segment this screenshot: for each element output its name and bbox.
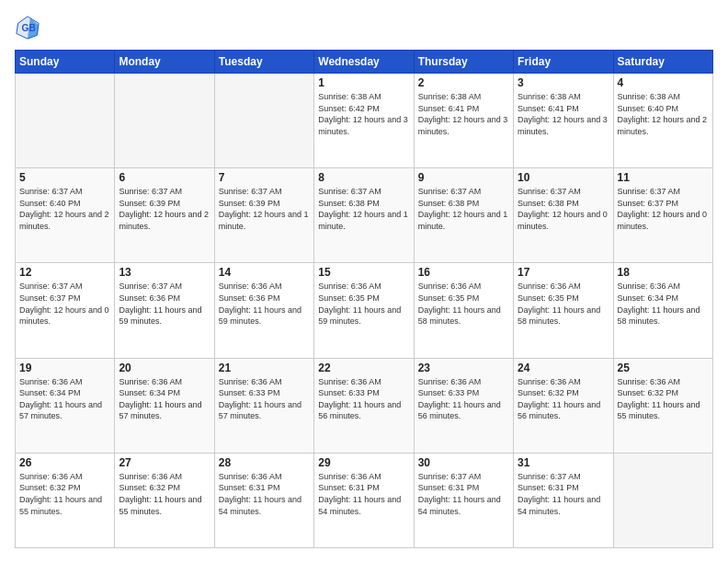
calendar-cell: 19 Sunrise: 6:36 AM Sunset: 6:34 PM Dayl… [16, 358, 115, 453]
weekday-header: Monday [115, 51, 214, 74]
day-number: 27 [119, 456, 210, 469]
day-info: Sunrise: 6:36 AM Sunset: 6:34 PM Dayligh… [19, 376, 110, 422]
calendar-cell: 30 Sunrise: 6:37 AM Sunset: 6:31 PM Dayl… [414, 453, 513, 547]
day-number: 15 [318, 266, 409, 279]
day-number: 1 [318, 76, 409, 89]
day-info: Sunrise: 6:38 AM Sunset: 6:41 PM Dayligh… [418, 91, 509, 137]
day-info: Sunrise: 6:37 AM Sunset: 6:37 PM Dayligh… [618, 186, 709, 232]
day-info: Sunrise: 6:36 AM Sunset: 6:34 PM Dayligh… [618, 281, 709, 327]
day-number: 5 [19, 171, 110, 184]
calendar-week-row: 5 Sunrise: 6:37 AM Sunset: 6:40 PM Dayli… [16, 168, 713, 263]
page: GB SundayMondayTuesdayWednesdayThursdayF… [0, 0, 728, 563]
calendar-cell [16, 74, 115, 168]
day-info: Sunrise: 6:37 AM Sunset: 6:40 PM Dayligh… [19, 186, 110, 232]
calendar-cell: 27 Sunrise: 6:36 AM Sunset: 6:32 PM Dayl… [115, 453, 214, 547]
day-number: 28 [219, 456, 310, 469]
calendar-cell: 31 Sunrise: 6:37 AM Sunset: 6:31 PM Dayl… [514, 453, 613, 547]
day-number: 24 [518, 362, 609, 374]
calendar-cell: 2 Sunrise: 6:38 AM Sunset: 6:41 PM Dayli… [414, 74, 513, 168]
calendar-cell: 5 Sunrise: 6:37 AM Sunset: 6:40 PM Dayli… [16, 168, 115, 263]
logo: GB [15, 15, 44, 40]
calendar-cell: 1 Sunrise: 6:38 AM Sunset: 6:42 PM Dayli… [314, 74, 414, 168]
calendar-cell: 10 Sunrise: 6:37 AM Sunset: 6:38 PM Dayl… [514, 168, 613, 263]
calendar-cell: 15 Sunrise: 6:36 AM Sunset: 6:35 PM Dayl… [314, 263, 414, 358]
calendar-cell: 29 Sunrise: 6:36 AM Sunset: 6:31 PM Dayl… [314, 453, 414, 547]
day-info: Sunrise: 6:37 AM Sunset: 6:37 PM Dayligh… [19, 281, 110, 327]
weekday-header: Sunday [16, 51, 115, 74]
day-number: 26 [19, 456, 110, 469]
day-info: Sunrise: 6:36 AM Sunset: 6:36 PM Dayligh… [219, 281, 310, 327]
day-info: Sunrise: 6:36 AM Sunset: 6:35 PM Dayligh… [518, 281, 609, 327]
calendar-cell: 14 Sunrise: 6:36 AM Sunset: 6:36 PM Dayl… [214, 263, 313, 358]
day-number: 16 [418, 266, 509, 279]
day-info: Sunrise: 6:36 AM Sunset: 6:33 PM Dayligh… [219, 376, 310, 422]
calendar-week-row: 26 Sunrise: 6:36 AM Sunset: 6:32 PM Dayl… [16, 453, 713, 547]
day-number: 18 [618, 266, 709, 279]
calendar-table: SundayMondayTuesdayWednesdayThursdayFrid… [15, 50, 713, 548]
day-number: 19 [19, 362, 110, 374]
logo-icon: GB [15, 15, 40, 40]
day-number: 30 [418, 456, 509, 469]
day-info: Sunrise: 6:37 AM Sunset: 6:31 PM Dayligh… [418, 471, 509, 517]
day-number: 20 [119, 362, 210, 374]
day-info: Sunrise: 6:36 AM Sunset: 6:31 PM Dayligh… [318, 471, 409, 517]
day-number: 9 [418, 171, 509, 184]
day-number: 21 [219, 362, 310, 374]
header: GB [15, 15, 713, 40]
day-info: Sunrise: 6:37 AM Sunset: 6:39 PM Dayligh… [219, 186, 310, 232]
calendar-cell: 8 Sunrise: 6:37 AM Sunset: 6:38 PM Dayli… [314, 168, 414, 263]
calendar-cell: 23 Sunrise: 6:36 AM Sunset: 6:33 PM Dayl… [414, 358, 513, 453]
day-number: 8 [318, 171, 409, 184]
day-info: Sunrise: 6:36 AM Sunset: 6:32 PM Dayligh… [518, 376, 609, 422]
calendar-cell: 3 Sunrise: 6:38 AM Sunset: 6:41 PM Dayli… [514, 74, 613, 168]
day-info: Sunrise: 6:37 AM Sunset: 6:31 PM Dayligh… [518, 471, 609, 517]
day-info: Sunrise: 6:38 AM Sunset: 6:42 PM Dayligh… [318, 91, 409, 137]
weekday-header-row: SundayMondayTuesdayWednesdayThursdayFrid… [16, 51, 713, 74]
day-number: 7 [219, 171, 310, 184]
weekday-header: Tuesday [214, 51, 313, 74]
calendar-cell [214, 74, 313, 168]
day-info: Sunrise: 6:37 AM Sunset: 6:38 PM Dayligh… [518, 186, 609, 232]
calendar-cell: 9 Sunrise: 6:37 AM Sunset: 6:38 PM Dayli… [414, 168, 513, 263]
day-number: 14 [219, 266, 310, 279]
calendar-cell: 6 Sunrise: 6:37 AM Sunset: 6:39 PM Dayli… [115, 168, 214, 263]
day-info: Sunrise: 6:36 AM Sunset: 6:32 PM Dayligh… [618, 376, 709, 422]
calendar-cell: 18 Sunrise: 6:36 AM Sunset: 6:34 PM Dayl… [613, 263, 712, 358]
day-info: Sunrise: 6:36 AM Sunset: 6:35 PM Dayligh… [318, 281, 409, 327]
calendar-cell [115, 74, 214, 168]
day-number: 4 [618, 76, 709, 89]
day-number: 29 [318, 456, 409, 469]
day-info: Sunrise: 6:38 AM Sunset: 6:41 PM Dayligh… [518, 91, 609, 137]
day-number: 3 [518, 76, 609, 89]
day-info: Sunrise: 6:36 AM Sunset: 6:33 PM Dayligh… [418, 376, 509, 422]
calendar-cell: 26 Sunrise: 6:36 AM Sunset: 6:32 PM Dayl… [16, 453, 115, 547]
day-info: Sunrise: 6:36 AM Sunset: 6:32 PM Dayligh… [19, 471, 110, 517]
weekday-header: Thursday [414, 51, 513, 74]
day-info: Sunrise: 6:36 AM Sunset: 6:31 PM Dayligh… [219, 471, 310, 517]
day-number: 11 [618, 171, 709, 184]
day-info: Sunrise: 6:36 AM Sunset: 6:33 PM Dayligh… [318, 376, 409, 422]
calendar-cell: 11 Sunrise: 6:37 AM Sunset: 6:37 PM Dayl… [613, 168, 712, 263]
day-info: Sunrise: 6:37 AM Sunset: 6:39 PM Dayligh… [119, 186, 210, 232]
weekday-header: Friday [514, 51, 613, 74]
weekday-header: Wednesday [314, 51, 414, 74]
calendar-week-row: 12 Sunrise: 6:37 AM Sunset: 6:37 PM Dayl… [16, 263, 713, 358]
weekday-header: Saturday [613, 51, 712, 74]
calendar-cell: 16 Sunrise: 6:36 AM Sunset: 6:35 PM Dayl… [414, 263, 513, 358]
calendar-cell: 24 Sunrise: 6:36 AM Sunset: 6:32 PM Dayl… [514, 358, 613, 453]
day-number: 17 [518, 266, 609, 279]
day-info: Sunrise: 6:36 AM Sunset: 6:34 PM Dayligh… [119, 376, 210, 422]
calendar-week-row: 19 Sunrise: 6:36 AM Sunset: 6:34 PM Dayl… [16, 358, 713, 453]
calendar-cell [613, 453, 712, 547]
day-number: 22 [318, 362, 409, 374]
day-number: 10 [518, 171, 609, 184]
calendar-cell: 28 Sunrise: 6:36 AM Sunset: 6:31 PM Dayl… [214, 453, 313, 547]
day-info: Sunrise: 6:37 AM Sunset: 6:38 PM Dayligh… [418, 186, 509, 232]
day-number: 31 [518, 456, 609, 469]
day-number: 12 [19, 266, 110, 279]
day-number: 23 [418, 362, 509, 374]
day-info: Sunrise: 6:37 AM Sunset: 6:36 PM Dayligh… [119, 281, 210, 327]
calendar-cell: 13 Sunrise: 6:37 AM Sunset: 6:36 PM Dayl… [115, 263, 214, 358]
day-number: 13 [119, 266, 210, 279]
calendar-cell: 20 Sunrise: 6:36 AM Sunset: 6:34 PM Dayl… [115, 358, 214, 453]
